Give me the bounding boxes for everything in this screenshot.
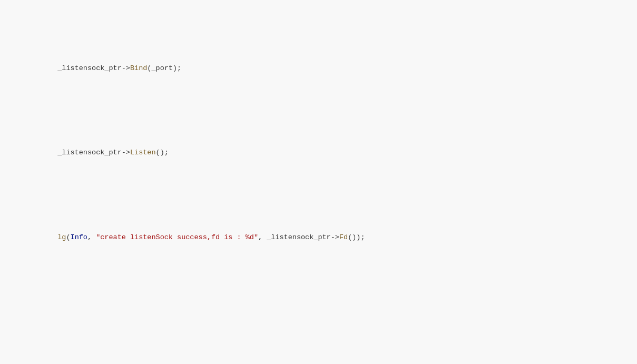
code-line: lg(Info, "create listenSock success,fd i… — [0, 220, 637, 256]
code-line — [0, 304, 637, 316]
code-editor: _listensock_ptr->Bind(_port); _listensoc… — [0, 0, 637, 364]
code-line: _listensock_ptr->Listen(); — [0, 135, 637, 171]
code-block: _listensock_ptr->Bind(_port); _listensoc… — [0, 0, 637, 364]
code-line: _listensock_ptr->Bind(_port); — [0, 51, 637, 87]
